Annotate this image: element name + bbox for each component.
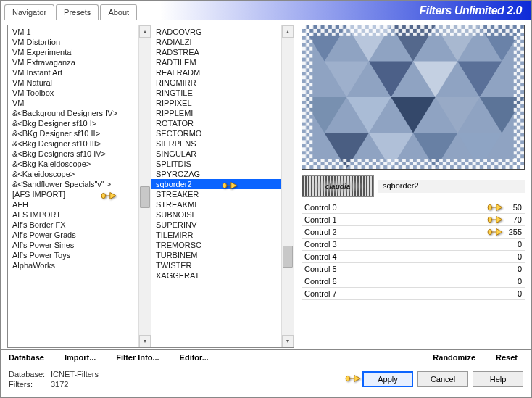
control-label: Control 4: [304, 252, 406, 261]
filter-item[interactable]: REALRADM: [151, 67, 281, 78]
filter-item[interactable]: RADTILEM: [151, 57, 281, 67]
preview-image: [302, 25, 525, 170]
filter-item[interactable]: RADCOVRG: [151, 27, 281, 37]
filter-item[interactable]: RIPPLEMI: [151, 108, 281, 118]
filter-list[interactable]: RADCOVRGRADIALZIRADSTREARADTILEMREALRADM…: [151, 25, 294, 348]
reset-button[interactable]: Reset: [496, 353, 518, 362]
category-item[interactable]: Alf's Power Sines: [8, 240, 138, 250]
scroll-thumb[interactable]: [140, 186, 150, 208]
scroll-track[interactable]: [282, 38, 294, 335]
filter-item[interactable]: STREAKMI: [151, 199, 281, 210]
editor-button[interactable]: Editor...: [180, 353, 209, 362]
category-item[interactable]: Alf's Power Grads: [8, 230, 138, 240]
filter-item[interactable]: RADIALZI: [151, 37, 281, 47]
category-item[interactable]: Alf's Power Toys: [8, 250, 138, 260]
apply-button[interactable]: Apply: [362, 371, 413, 387]
category-item[interactable]: &<Bkg Designer sf10 I>: [8, 118, 138, 128]
cancel-button[interactable]: Cancel: [417, 371, 468, 387]
control-label: Control 3: [304, 240, 406, 249]
filter-item[interactable]: ROTATOR: [151, 118, 281, 128]
footer: Database:ICNET-Filters Filters:3172 Appl…: [1, 365, 531, 397]
database-button[interactable]: Database: [9, 353, 44, 362]
scroll-down-icon[interactable]: ▾: [282, 335, 294, 347]
filter-item[interactable]: TURBINEM: [151, 250, 281, 260]
filter-item[interactable]: RINGTILE: [151, 88, 281, 98]
filter-item[interactable]: TWISTER: [151, 260, 281, 270]
footer-info: Database:ICNET-Filters Filters:3172: [9, 370, 99, 390]
control-value: 0: [493, 240, 522, 249]
filter-item[interactable]: SECTORMO: [151, 128, 281, 138]
category-item[interactable]: VM Natural: [8, 78, 138, 88]
category-item[interactable]: VM Distortion: [8, 37, 138, 47]
filter-scrollbar[interactable]: ▴ ▾: [281, 25, 294, 347]
tab-about[interactable]: About: [100, 4, 137, 20]
scroll-down-icon[interactable]: ▾: [139, 335, 151, 347]
tab-navigator[interactable]: Navigator: [4, 4, 54, 20]
filter-item[interactable]: STREAKER: [151, 189, 281, 199]
control-row[interactable]: Control 40: [302, 251, 525, 263]
filter-item[interactable]: SPLITDIS: [151, 159, 281, 169]
filter-item[interactable]: SINGULAR: [151, 149, 281, 159]
category-scrollbar[interactable]: ▴ ▾: [138, 25, 151, 347]
category-item[interactable]: &<Bkg Kaleidoscope>: [8, 159, 138, 169]
app-title: Filters Unlimited 2.0: [419, 4, 522, 17]
category-item[interactable]: VM Toolbox: [8, 88, 138, 98]
svg-point-29: [488, 229, 491, 234]
svg-rect-24: [302, 159, 524, 169]
control-row[interactable]: Control 60: [302, 275, 525, 288]
category-item[interactable]: &<Background Designers IV>: [8, 108, 138, 118]
category-item[interactable]: &<Sandflower Specials"v" >: [8, 179, 138, 189]
filter-item[interactable]: SPYROZAG: [151, 169, 281, 179]
filter-item[interactable]: sqborder2: [151, 179, 281, 189]
filter-item[interactable]: RINGMIRR: [151, 78, 281, 88]
filter-item[interactable]: SUPERINV: [151, 220, 281, 230]
scroll-thumb[interactable]: [283, 246, 293, 268]
category-item[interactable]: [AFS IMPORT]: [8, 189, 138, 199]
database-name: ICNET-Filters: [51, 370, 99, 378]
filter-item[interactable]: TILEMIRR: [151, 230, 281, 240]
randomize-button[interactable]: Randomize: [433, 353, 475, 362]
filter-item[interactable]: RADSTREA: [151, 47, 281, 57]
filter-info-button[interactable]: Filter Info...: [116, 353, 159, 362]
import-button[interactable]: Import...: [65, 353, 96, 362]
control-value: 50: [493, 203, 522, 212]
filter-item[interactable]: SIERPENS: [151, 138, 281, 149]
scroll-up-icon[interactable]: ▴: [139, 25, 151, 38]
category-item[interactable]: &<Bkg Designers sf10 IV>: [8, 149, 138, 159]
scroll-up-icon[interactable]: ▴: [282, 25, 294, 38]
category-item[interactable]: VM 1: [8, 27, 138, 37]
controls-panel: Control 050Control 170Control 2255Contro…: [302, 202, 525, 348]
control-row[interactable]: Control 30: [302, 239, 525, 251]
category-item[interactable]: Alf's Border FX: [8, 220, 138, 230]
category-item[interactable]: VM Extravaganza: [8, 57, 138, 67]
control-row[interactable]: Control 50: [302, 263, 525, 275]
control-label: Control 5: [304, 265, 406, 273]
control-row[interactable]: Control 2255: [302, 226, 525, 239]
category-item[interactable]: &<Bkg Designer sf10 III>: [8, 138, 138, 149]
help-button[interactable]: Help: [473, 371, 523, 387]
category-list[interactable]: VM 1VM DistortionVM ExperimentalVM Extra…: [7, 25, 151, 348]
control-row[interactable]: Control 170: [302, 214, 525, 226]
category-item[interactable]: AFH: [8, 199, 138, 210]
filter-item[interactable]: TREMORSC: [151, 240, 281, 250]
control-row[interactable]: Control 70: [302, 288, 525, 300]
category-item[interactable]: VM Experimental: [8, 47, 138, 57]
filter-item[interactable]: XAGGERAT: [151, 270, 281, 281]
control-value: 0: [493, 277, 522, 286]
tab-presets[interactable]: Presets: [56, 4, 99, 20]
control-value: 70: [493, 215, 522, 224]
scroll-track[interactable]: [139, 38, 151, 335]
category-item[interactable]: AFS IMPORT: [8, 210, 138, 220]
watermark-badge: claudia: [302, 175, 374, 197]
filter-item[interactable]: SUBNOISE: [151, 210, 281, 220]
category-item[interactable]: VM: [8, 98, 138, 108]
filter-item[interactable]: RIPPIXEL: [151, 98, 281, 108]
control-row[interactable]: Control 050: [302, 202, 525, 214]
control-label: Control 7: [304, 289, 406, 298]
control-label: Control 2: [304, 228, 406, 236]
category-item[interactable]: &<BKg Designer sf10 II>: [8, 128, 138, 138]
category-item[interactable]: VM Instant Art: [8, 67, 138, 78]
category-item[interactable]: &<Kaleidoscope>: [8, 169, 138, 179]
category-item[interactable]: AlphaWorks: [8, 260, 138, 270]
svg-point-30: [346, 376, 349, 381]
